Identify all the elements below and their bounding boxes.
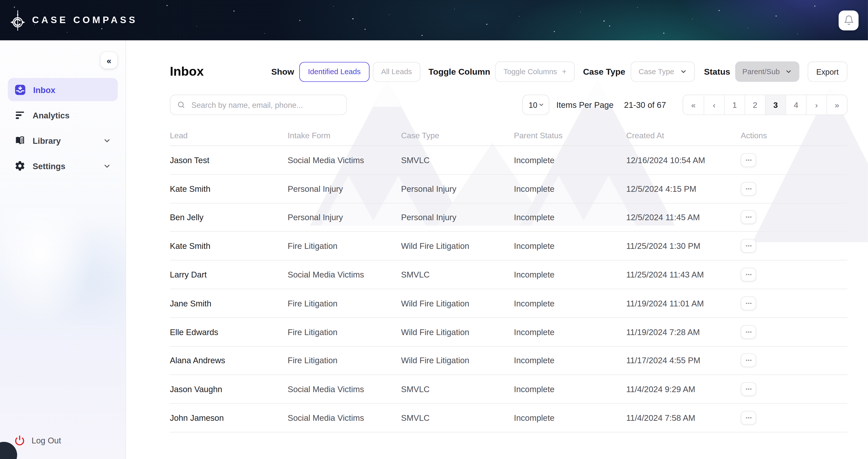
table-header-row: Lead Intake Form Case Type Parent Status…: [170, 125, 847, 146]
search-input[interactable]: [190, 100, 340, 110]
filter-row: 10 Items Per Page 21-30 of 67 « ‹ 1 2 3 …: [170, 95, 847, 115]
intake-form-cell: Social Media Victims: [288, 385, 401, 394]
lead-cell: Elle Edwards: [170, 327, 288, 336]
lead-cell: Alana Andrews: [170, 356, 288, 365]
table-row[interactable]: Elle Edwards Fire Litigation Wild Fire L…: [170, 318, 847, 347]
case-type-cell: Personal Injury: [401, 212, 514, 222]
top-header: CASE COMPASS: [0, 0, 868, 40]
pagination-first-button[interactable]: «: [683, 95, 704, 114]
pagination-last-button[interactable]: »: [827, 95, 847, 114]
table-row[interactable]: Kate Smith Fire Litigation Wild Fire Lit…: [170, 232, 847, 261]
row-actions-button[interactable]: [741, 296, 756, 310]
row-actions-button[interactable]: [741, 354, 756, 367]
power-icon: [14, 435, 25, 446]
sidebar-item-label: Library: [33, 136, 61, 145]
table-row[interactable]: Jason Vaughn Social Media Victims SMVLC …: [170, 375, 847, 404]
pagination-next-button[interactable]: ›: [806, 95, 826, 114]
logout-label: Log Out: [31, 436, 61, 445]
case-type-dropdown[interactable]: Case Type: [631, 61, 695, 82]
chevron-down-icon: [680, 68, 687, 75]
row-actions-button[interactable]: [741, 210, 756, 224]
case-type-cell: Wild Fire Litigation: [401, 241, 514, 251]
search-icon: [177, 101, 185, 109]
row-actions-button[interactable]: [741, 153, 756, 167]
pagination: « ‹ 1 2 3 4 › »: [683, 95, 848, 115]
lead-cell: Kate Smith: [170, 184, 288, 193]
parent-status-cell: Incomplete: [514, 184, 626, 193]
toggle-column-label: Toggle Column: [429, 67, 490, 77]
table-row[interactable]: Jason Test Social Media Victims SMVLC In…: [170, 146, 847, 175]
sidebar-item-settings[interactable]: Settings: [8, 154, 118, 177]
created-at-cell: 11/19/2024 7:28 AM: [626, 327, 741, 336]
table-row[interactable]: Kate Smith Personal Injury Personal Inju…: [170, 175, 847, 203]
lead-cell: Jane Smith: [170, 299, 288, 308]
table-row[interactable]: Alana Andrews Fire Litigation Wild Fire …: [170, 347, 847, 375]
created-at-cell: 12/5/2024 11:45 AM: [626, 212, 741, 222]
case-type-dropdown-value: Case Type: [639, 67, 674, 76]
page-title: Inbox: [170, 64, 204, 79]
sidebar-item-analytics[interactable]: Analytics: [8, 103, 118, 126]
plus-icon: +: [562, 67, 566, 76]
table-row[interactable]: Larry Dart Social Media Victims SMVLC In…: [170, 261, 847, 289]
case-type-cell: Wild Fire Litigation: [401, 356, 514, 365]
identified-leads-button[interactable]: Identified Leads: [299, 62, 370, 81]
show-label: Show: [271, 67, 294, 77]
main-content: Inbox Show Identified Leads All Leads To…: [126, 40, 868, 459]
intake-form-cell: Fire Litigation: [288, 241, 401, 251]
items-per-page-select[interactable]: 10: [522, 95, 549, 115]
notifications-button[interactable]: [839, 10, 859, 30]
row-actions-button[interactable]: [741, 182, 756, 196]
analytics-icon: [14, 109, 25, 121]
pagination-page-4[interactable]: 4: [785, 95, 806, 114]
table-row[interactable]: Ben Jelly Personal Injury Personal Injur…: [170, 203, 847, 232]
intake-form-cell: Personal Injury: [288, 212, 401, 222]
parent-status-cell: Incomplete: [514, 299, 626, 308]
ellipsis-icon: [745, 185, 752, 192]
intake-form-cell: Fire Litigation: [288, 327, 401, 336]
table-row[interactable]: Jane Smith Fire Litigation Wild Fire Lit…: [170, 289, 847, 318]
intake-form-cell: Social Media Victims: [288, 413, 401, 423]
parent-status-cell: Incomplete: [514, 385, 626, 394]
column-header-created-at: Created At: [626, 131, 741, 140]
toggle-columns-button-label: Toggle Columns: [503, 67, 557, 76]
sidebar-item-inbox[interactable]: Inbox: [8, 78, 118, 101]
pagination-page-1[interactable]: 1: [724, 95, 745, 114]
items-per-page-label: Items Per Page: [556, 100, 614, 109]
pagination-range-text: 21-30 of 67: [624, 100, 666, 109]
row-actions-button[interactable]: [741, 268, 756, 282]
pagination-prev-button[interactable]: ‹: [704, 95, 724, 114]
row-actions-button[interactable]: [741, 382, 756, 396]
collapse-sidebar-button[interactable]: «: [100, 52, 117, 69]
items-per-page-value: 10: [529, 100, 537, 109]
intake-form-cell: Personal Injury: [288, 184, 401, 193]
bell-icon: [843, 15, 854, 25]
pagination-page-2[interactable]: 2: [745, 95, 765, 114]
export-button[interactable]: Export: [807, 61, 847, 82]
all-leads-button[interactable]: All Leads: [373, 62, 420, 81]
lead-cell: Larry Dart: [170, 270, 288, 279]
pagination-page-3[interactable]: 3: [765, 95, 785, 114]
row-actions-button[interactable]: [741, 411, 756, 425]
status-dropdown[interactable]: Parent/Sub: [735, 61, 799, 82]
row-actions-button[interactable]: [741, 325, 756, 339]
leads-table: Lead Intake Form Case Type Parent Status…: [170, 125, 847, 432]
intake-form-cell: Social Media Victims: [288, 270, 401, 279]
intake-form-cell: Fire Litigation: [288, 299, 401, 308]
toggle-columns-button[interactable]: Toggle Columns +: [495, 61, 575, 82]
parent-status-cell: Incomplete: [514, 413, 626, 423]
created-at-cell: 12/5/2024 4:15 PM: [626, 184, 741, 193]
lead-cell: Jason Test: [170, 155, 288, 165]
ellipsis-icon: [745, 214, 752, 221]
parent-status-cell: Incomplete: [514, 327, 626, 336]
sidebar-item-label: Settings: [33, 161, 65, 170]
parent-status-cell: Incomplete: [514, 212, 626, 222]
column-header-parent-status: Parent Status: [514, 131, 626, 140]
table-row[interactable]: John Jameson Social Media Victims SMVLC …: [170, 404, 847, 432]
ellipsis-icon: [745, 414, 752, 422]
column-header-lead: Lead: [170, 131, 288, 140]
chevron-down-icon: [103, 136, 111, 144]
logout-button[interactable]: Log Out: [14, 435, 61, 446]
row-actions-button[interactable]: [741, 239, 756, 253]
sidebar-item-library[interactable]: Library: [8, 129, 118, 152]
case-type-cell: Wild Fire Litigation: [401, 299, 514, 308]
